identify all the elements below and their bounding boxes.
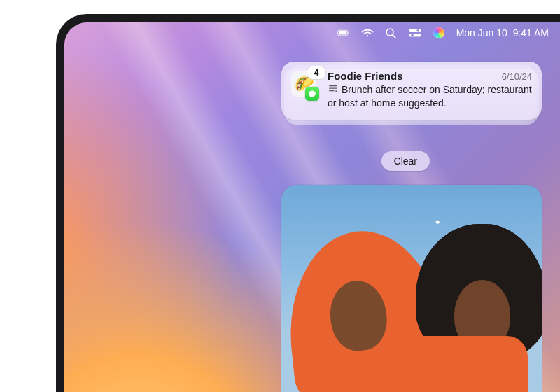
notification-title: Foodie Friends [328,70,403,82]
clear-button[interactable]: Clear [382,151,430,171]
notification-icon-cluster: 🌮 4 [291,70,319,98]
svg-rect-7 [409,34,421,37]
svg-line-4 [393,34,396,37]
notification-count-badge: 4 [307,66,326,80]
menu-bar-time: 9:41 AM [513,27,549,38]
summary-icon [328,84,339,97]
svg-rect-5 [409,29,421,33]
notification-stack[interactable]: 🌮 4 Foodie Friends 6/10/24 Brunch after [281,62,542,120]
laptop-frame: Mon Jun 10 9:41 AM 🌮 4 Foodie Friends 6/… [56,14,560,392]
menu-bar-date: Mon Jun 10 [456,27,507,38]
svg-rect-2 [348,31,349,34]
svg-rect-1 [339,31,347,34]
battery-icon[interactable] [337,27,350,39]
notification-summary-text: Brunch after soccer on Saturday; restaur… [328,84,532,108]
messages-app-icon [305,87,319,101]
svg-point-6 [416,29,419,32]
notification-date: 6/10/24 [502,71,532,82]
notification-summary: Brunch after soccer on Saturday; restaur… [328,83,532,110]
menu-bar: Mon Jun 10 9:41 AM [64,22,560,43]
search-icon[interactable] [385,27,398,39]
wifi-icon[interactable] [361,27,374,39]
photo-widget[interactable] [281,185,542,392]
photo-subject-shirt [395,336,528,392]
notification-body: Foodie Friends 6/10/24 Brunch after socc… [328,70,532,110]
svg-point-8 [411,34,414,36]
notification-card[interactable]: 🌮 4 Foodie Friends 6/10/24 Brunch after [281,62,542,120]
desktop-screen: Mon Jun 10 9:41 AM 🌮 4 Foodie Friends 6/… [64,22,560,392]
control-center-icon[interactable] [409,27,421,39]
siri-icon[interactable] [433,27,445,39]
menu-bar-clock[interactable]: Mon Jun 10 9:41 AM [456,27,549,38]
